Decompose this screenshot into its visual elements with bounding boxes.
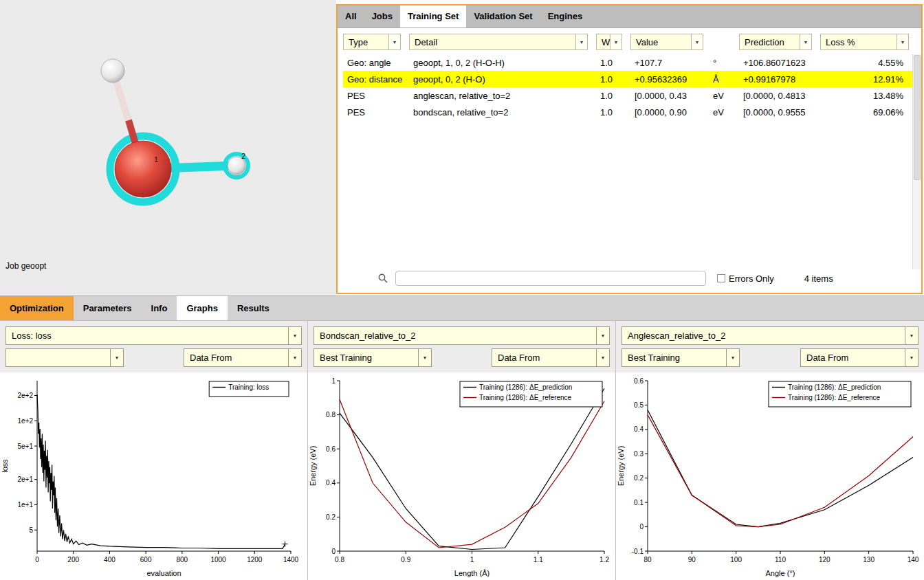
panel-tab-bar: All Jobs Training Set Validation Set Eng…: [338, 5, 921, 28]
svg-text:5e+1: 5e+1: [17, 443, 33, 450]
loss-filter-arrow-icon[interactable]: ▼: [896, 34, 908, 49]
column-header-loss[interactable]: Loss % ▼: [820, 34, 909, 50]
tab-graphs[interactable]: Graphs: [177, 296, 228, 320]
value-filter-arrow-icon[interactable]: ▼: [691, 34, 703, 49]
svg-text:Energy (eV): Energy (eV): [617, 446, 625, 487]
anglescan-filter-select[interactable]: Best Training ▼: [622, 348, 740, 367]
svg-text:0.4: 0.4: [326, 479, 336, 487]
type-filter-arrow-icon[interactable]: ▼: [388, 34, 400, 49]
chevron-down-icon[interactable]: ▼: [905, 349, 918, 366]
column-header-w[interactable]: W ▼: [596, 34, 622, 50]
bondscan-filter-select[interactable]: Best Training ▼: [314, 348, 432, 367]
svg-text:80: 80: [644, 556, 652, 564]
column-header-detail[interactable]: Detail ▼: [409, 34, 588, 50]
chevron-down-icon[interactable]: ▼: [418, 349, 431, 366]
tab-info[interactable]: Info: [142, 296, 177, 320]
items-count-label: 4 items: [804, 274, 833, 284]
svg-text:2e+2: 2e+2: [17, 392, 33, 399]
table-scrollbar-thumb[interactable]: [914, 55, 921, 180]
chevron-down-icon[interactable]: ▼: [596, 349, 609, 366]
svg-text:0.6: 0.6: [634, 377, 644, 385]
svg-text:1400: 1400: [283, 556, 299, 564]
svg-text:1.1: 1.1: [534, 556, 543, 564]
molecule-viewer[interactable]: 1 2 Job geoopt: [0, 0, 336, 295]
svg-text:-0.1: -0.1: [632, 548, 644, 555]
anglescan-chart[interactable]: 8090100110120130140-0.100.10.20.30.40.50…: [616, 372, 924, 580]
loss-graph-select[interactable]: Loss: loss ▼: [6, 326, 302, 345]
tab-jobs[interactable]: Jobs: [364, 5, 400, 27]
svg-text:0.5: 0.5: [634, 401, 644, 409]
svg-text:Training (1286): ΔE_prediction: Training (1286): ΔE_prediction: [479, 383, 572, 391]
bottom-region: Optimization Parameters Info Graphs Resu…: [0, 295, 924, 580]
svg-text:2e+1: 2e+1: [17, 476, 33, 483]
search-input[interactable]: [395, 271, 706, 286]
tab-parameters[interactable]: Parameters: [74, 296, 142, 320]
table-row[interactable]: PES anglescan, relative_to=2 1.0 [0.0000…: [343, 87, 921, 104]
svg-text:120: 120: [819, 556, 830, 564]
svg-text:Training (1286): ΔE_prediction: Training (1286): ΔE_prediction: [788, 383, 881, 391]
loss-data-from-select[interactable]: Data From ▼: [184, 348, 302, 367]
search-icon: [377, 273, 388, 284]
chevron-down-icon[interactable]: ▼: [905, 327, 918, 344]
bondscan-data-from-select[interactable]: Data From ▼: [492, 348, 610, 367]
loss-chart[interactable]: 020040060080010001200140051e+12e+15e+11e…: [0, 372, 307, 580]
svg-text:140: 140: [908, 556, 919, 564]
svg-text:200: 200: [67, 556, 79, 564]
chevron-down-icon[interactable]: ▼: [596, 327, 609, 344]
svg-text:0.4: 0.4: [634, 425, 644, 433]
svg-text:evaluation: evaluation: [146, 569, 181, 577]
bondscan-graph-select[interactable]: Bondscan_relative_to_2 ▼: [314, 326, 610, 345]
chevron-down-icon[interactable]: ▼: [110, 349, 123, 366]
svg-text:130: 130: [863, 556, 874, 564]
atom-hydrogen-1[interactable]: [101, 59, 124, 82]
molecule-canvas[interactable]: 1 2: [0, 0, 336, 295]
errors-only-toggle[interactable]: Errors Only: [717, 274, 774, 284]
graphs-area: Loss: loss ▼ ▼ Data From ▼ 0200400600800…: [0, 321, 924, 580]
errors-only-checkbox[interactable]: [717, 274, 725, 282]
atom-label-hydrogen-2: 2: [241, 152, 245, 160]
svg-text:Angle (°): Angle (°): [766, 569, 795, 577]
svg-text:110: 110: [775, 556, 786, 564]
svg-text:0.8: 0.8: [326, 411, 336, 419]
atom-label-oxygen: 1: [154, 155, 158, 164]
tab-training-set[interactable]: Training Set: [400, 5, 466, 27]
svg-text:Training (1286): ΔE_reference: Training (1286): ΔE_reference: [479, 394, 572, 401]
graph-panel-bondscan: Bondscan_relative_to_2 ▼ Best Training ▼…: [308, 321, 616, 580]
svg-text:Training (1286): ΔE_reference: Training (1286): ΔE_reference: [788, 394, 881, 401]
atom-oxygen[interactable]: [115, 141, 171, 197]
table-row[interactable]: PES bondscan, relative_to=2 1.0 [0.0000,…: [343, 104, 921, 120]
tab-engines[interactable]: Engines: [540, 5, 591, 27]
svg-text:Energy (eV): Energy (eV): [309, 446, 317, 487]
svg-text:800: 800: [177, 556, 188, 564]
tab-validation-set[interactable]: Validation Set: [466, 5, 540, 27]
svg-text:0: 0: [639, 523, 644, 531]
svg-text:0.8: 0.8: [335, 556, 344, 564]
tab-optimization[interactable]: Optimization: [0, 296, 74, 320]
anglescan-graph-select[interactable]: Anglescan_relative_to_2 ▼: [622, 326, 918, 345]
tab-all[interactable]: All: [338, 5, 364, 27]
svg-text:Length (Å): Length (Å): [454, 569, 490, 577]
table-row[interactable]: Geo: distance geoopt, 0, 2 (H-O) 1.0 +0.…: [343, 71, 921, 87]
tab-results[interactable]: Results: [228, 296, 279, 320]
training-set-panel: All Jobs Training Set Validation Set Eng…: [336, 4, 923, 294]
svg-text:0: 0: [35, 556, 39, 564]
column-header-prediction[interactable]: Prediction ▼: [739, 34, 812, 50]
top-region: 1 2 Job geoopt All Jobs Training Set Val…: [0, 0, 924, 295]
table-row[interactable]: Geo: angle geoopt, 1, 0, 2 (H-O-H) 1.0 +…: [343, 54, 921, 71]
chevron-down-icon[interactable]: ▼: [288, 349, 301, 366]
column-header-type[interactable]: Type ▼: [343, 34, 401, 50]
anglescan-data-from-select[interactable]: Data From ▼: [800, 348, 918, 367]
chevron-down-icon[interactable]: ▼: [288, 327, 301, 344]
svg-text:600: 600: [140, 556, 152, 564]
prediction-filter-arrow-icon[interactable]: ▼: [800, 34, 811, 49]
bondscan-chart[interactable]: 0.80.911.11.200.20.40.60.81Length (Å)Ene…: [308, 372, 615, 580]
w-filter-arrow-icon[interactable]: ▼: [610, 34, 622, 49]
chevron-down-icon[interactable]: ▼: [726, 349, 739, 366]
table-header-row: Type ▼ Detail ▼ W ▼ Value ▼ Prediction ▼…: [338, 28, 921, 54]
loss-filter-select[interactable]: ▼: [6, 348, 124, 367]
svg-text:0.6: 0.6: [326, 445, 336, 453]
detail-filter-arrow-icon[interactable]: ▼: [575, 34, 587, 49]
table-scrollbar[interactable]: [912, 54, 921, 269]
column-header-value[interactable]: Value ▼: [630, 34, 703, 50]
graph-panel-anglescan: Anglescan_relative_to_2 ▼ Best Training …: [616, 321, 924, 580]
